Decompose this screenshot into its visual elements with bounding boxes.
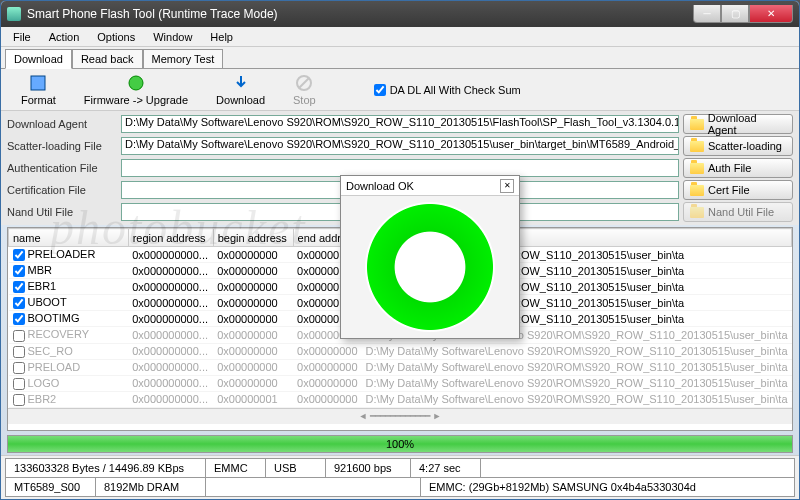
checksum-checkbox[interactable]: DA DL All With Check Sum (374, 84, 521, 96)
row-checkbox[interactable] (13, 313, 25, 325)
dialog-title: Download OK (346, 180, 500, 192)
progress-bar: 100% (7, 435, 793, 453)
stop-button: Stop (293, 74, 316, 106)
status-conn: USB (266, 459, 326, 477)
table-row[interactable]: SEC_RO0x000000000...0x000000000x00000000… (9, 343, 792, 359)
titlebar: Smart Phone Flash Tool (Runtime Trace Mo… (1, 1, 799, 27)
row-checkbox[interactable] (13, 297, 25, 309)
col-begin[interactable]: begin address (213, 229, 293, 247)
col-name[interactable]: name (9, 229, 129, 247)
folder-icon (690, 163, 704, 174)
folder-icon (690, 207, 704, 218)
table-row[interactable]: LOGO0x000000000...0x000000000x00000000D:… (9, 375, 792, 391)
row-checkbox[interactable] (13, 362, 25, 374)
folder-icon (690, 185, 704, 196)
svg-point-1 (129, 76, 143, 90)
maximize-button[interactable]: ▢ (721, 5, 749, 23)
firmware-upgrade-button[interactable]: Firmware -> Upgrade (84, 74, 188, 106)
format-button[interactable]: Format (21, 74, 56, 106)
table-row[interactable]: EBR20x000000000...0x000000010x00000000D:… (9, 391, 792, 407)
download-ok-dialog: Download OK✕ (340, 175, 520, 339)
tab-download[interactable]: Download (5, 49, 72, 69)
svg-line-3 (299, 78, 309, 88)
row-checkbox[interactable] (13, 346, 25, 358)
close-button[interactable]: ✕ (749, 5, 793, 23)
da-browse-button[interactable]: Download Agent (683, 114, 793, 134)
status-emmc: EMMC: (29Gb+8192Mb) SAMSUNG 0x4b4a533030… (421, 478, 794, 496)
tab-readback[interactable]: Read back (72, 49, 143, 69)
nand-label: Nand Util File (7, 206, 117, 218)
menubar: File Action Options Window Help (1, 27, 799, 47)
row-checkbox[interactable] (13, 330, 25, 342)
svg-rect-0 (31, 76, 45, 90)
row-checkbox[interactable] (13, 249, 25, 261)
status-dram: 8192Mb DRAM (96, 478, 206, 496)
cert-label: Certification File (7, 184, 117, 196)
da-input[interactable]: D:\My Data\My Software\Lenovo S920\ROM\S… (121, 115, 679, 133)
menu-options[interactable]: Options (89, 29, 143, 45)
menu-file[interactable]: File (5, 29, 39, 45)
da-label: Download Agent (7, 118, 117, 130)
minimize-button[interactable]: ─ (693, 5, 721, 23)
status-storage: EMMC (206, 459, 266, 477)
folder-icon (690, 119, 704, 130)
row-checkbox[interactable] (13, 281, 25, 293)
row-checkbox[interactable] (13, 265, 25, 277)
scatter-input[interactable]: D:\My Data\My Software\Lenovo S920\ROM\S… (121, 137, 679, 155)
window-title: Smart Phone Flash Tool (Runtime Trace Mo… (27, 7, 693, 21)
table-row[interactable]: PRELOAD0x000000000...0x000000000x0000000… (9, 359, 792, 375)
horizontal-scrollbar[interactable]: ◄ ━━━━━━━━━━━━ ► (8, 408, 792, 424)
folder-icon (690, 141, 704, 152)
toolbar: Format Firmware -> Upgrade Download Stop… (1, 69, 799, 111)
status-bar: 133603328 Bytes / 14496.89 KBps EMMC USB… (1, 455, 799, 499)
col-region[interactable]: region address (128, 229, 213, 247)
cert-browse-button[interactable]: Cert File (683, 180, 793, 200)
row-checkbox[interactable] (13, 378, 25, 390)
scatter-browse-button[interactable]: Scatter-loading (683, 136, 793, 156)
nand-browse-button: Nand Util File (683, 202, 793, 222)
status-spare1 (481, 459, 794, 477)
download-button[interactable]: Download (216, 74, 265, 106)
scatter-label: Scatter-loading File (7, 140, 117, 152)
status-chip: MT6589_S00 (6, 478, 96, 496)
auth-browse-button[interactable]: Auth File (683, 158, 793, 178)
tab-memtest[interactable]: Memory Test (143, 49, 224, 69)
status-baud: 921600 bps (326, 459, 411, 477)
menu-action[interactable]: Action (41, 29, 88, 45)
menu-window[interactable]: Window (145, 29, 200, 45)
app-icon (7, 7, 21, 21)
tabstrip: Download Read back Memory Test (1, 47, 799, 69)
status-bytes: 133603328 Bytes / 14496.89 KBps (6, 459, 206, 477)
row-checkbox[interactable] (13, 394, 25, 406)
auth-label: Authentication File (7, 162, 117, 174)
success-ring-icon (365, 202, 495, 332)
menu-help[interactable]: Help (202, 29, 241, 45)
status-time: 4:27 sec (411, 459, 481, 477)
status-spare2 (206, 478, 421, 496)
dialog-close-button[interactable]: ✕ (500, 179, 514, 193)
